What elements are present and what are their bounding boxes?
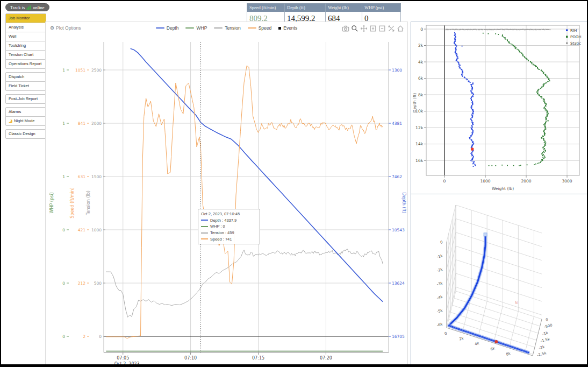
svg-text:421: 421: [78, 228, 86, 232]
svg-text:-1.5k: -1.5k: [540, 337, 551, 343]
svg-text:631: 631: [78, 174, 86, 179]
sidebar-item-night-mode[interactable]: Night Mode: [6, 117, 46, 125]
svg-text:8k: 8k: [418, 93, 424, 97]
modebar-zoom-in-icon[interactable]: [369, 25, 377, 34]
plot-options-label: Plot Options: [56, 25, 81, 31]
hover-tooltip: Oct 2, 2023, 07:10:45 Depth : 4337.9WHP …: [198, 209, 260, 244]
summary-header-cell: WHP (psi): [362, 3, 401, 12]
sidebar-item-label: Operations Report: [9, 60, 41, 68]
weight-depth-scatter-chart[interactable]: 010002000300002k4k6k8k10k12k14k16kWeight…: [411, 22, 587, 194]
modebar-autoscale-icon[interactable]: [388, 25, 395, 34]
sidebar-item-tension-chart[interactable]: Tension Chart: [6, 51, 46, 60]
summary-header-cell: Weight (lb): [326, 3, 362, 12]
svg-text:6k: 6k: [418, 76, 424, 81]
tooltip-value: Tension : 459: [210, 230, 234, 236]
svg-text:0: 0: [444, 331, 448, 336]
svg-text:07:15: 07:15: [252, 356, 264, 361]
sidebar-item-well[interactable]: Well: [6, 32, 46, 41]
svg-text:500: 500: [94, 281, 102, 286]
summary-header-cell: Speed (ft/min): [247, 3, 285, 12]
svg-text:2: 2: [83, 334, 85, 339]
track-status-button[interactable]: Track is online: [5, 3, 49, 11]
sidebar-item-label: Dispatch: [9, 73, 24, 81]
timeseries-chart[interactable]: 07:0507:1007:1507:20Oct 2, 2023111000WHP…: [46, 22, 406, 365]
svg-text:N: N: [515, 301, 518, 305]
sidebar: Job MonitorAnalysisWellToolstringTension…: [5, 13, 46, 142]
svg-text:3000: 3000: [562, 179, 572, 184]
sidebar-group: Job MonitorAnalysisWellToolstringTension…: [5, 13, 46, 69]
svg-text:0: 0: [99, 334, 102, 339]
svg-text:2000: 2000: [521, 179, 531, 184]
moon-icon: [9, 119, 12, 123]
gear-icon: ⚙: [50, 25, 54, 31]
tooltip-swatch: [201, 232, 208, 234]
svg-text:4k: 4k: [418, 60, 424, 65]
modebar-home-icon[interactable]: [397, 25, 404, 34]
svg-text:Depth (ft): Depth (ft): [401, 193, 406, 214]
trajectory-3d-chart[interactable]: 0-1k-2k-3k-4k-5k-6k02k4k6k8k0-500-1k-1.5…: [411, 194, 587, 364]
legend-label: Depth: [167, 25, 179, 31]
modebar-pan-icon[interactable]: [360, 25, 368, 34]
modebar: [342, 25, 404, 34]
tooltip-value: Depth : 4337.9: [210, 217, 236, 224]
modebar-camera-icon[interactable]: [342, 25, 349, 34]
svg-text:8k: 8k: [506, 351, 512, 357]
svg-text:4381: 4381: [392, 121, 402, 126]
sidebar-item-label: Field Ticket: [9, 82, 29, 90]
svg-text:Speed (ft/min): Speed (ft/min): [70, 187, 75, 218]
legend-label: Tension: [225, 25, 240, 31]
svg-text:07:20: 07:20: [320, 356, 332, 361]
svg-text:07:10: 07:10: [184, 356, 197, 361]
svg-text:12k: 12k: [415, 125, 424, 130]
legend-item-events[interactable]: Events: [278, 25, 297, 31]
sidebar-item-analysis[interactable]: Analysis: [6, 23, 46, 32]
svg-text:2500: 2500: [91, 68, 102, 73]
svg-text:2k: 2k: [458, 336, 464, 341]
svg-text:4k: 4k: [474, 341, 480, 347]
modebar-zoom-icon[interactable]: [351, 25, 358, 34]
sidebar-item-label: Alarms: [9, 108, 21, 116]
sidebar-item-label: Well: [9, 32, 16, 41]
sidebar-item-toolstring[interactable]: Toolstring: [6, 41, 46, 51]
sidebar-item-post-job-report[interactable]: Post-Job Report: [6, 95, 46, 103]
sidebar-item-job-monitor[interactable]: Job Monitor: [6, 14, 46, 23]
legend-item-speed[interactable]: Speed: [248, 25, 272, 31]
svg-text:0: 0: [443, 179, 446, 184]
svg-text:2k: 2k: [418, 43, 424, 48]
legend-line-swatch: [214, 27, 223, 29]
plot-options-button[interactable]: ⚙ Plot Options: [50, 25, 81, 31]
legend-item-tension[interactable]: Tension: [214, 25, 240, 31]
sidebar-item-alarms[interactable]: Alarms: [6, 108, 46, 117]
svg-text:13624: 13624: [392, 281, 405, 286]
main-chart-panel: 07:0507:1007:1507:20Oct 2, 2023111000WHP…: [45, 22, 408, 367]
svg-text:07:05: 07:05: [117, 356, 129, 361]
svg-text:-1k: -1k: [542, 330, 549, 336]
sidebar-item-field-ticket[interactable]: Field Ticket: [6, 82, 46, 90]
modebar-zoom-out-icon[interactable]: [378, 25, 386, 34]
svg-text:6k: 6k: [490, 346, 496, 351]
legend-item-depth[interactable]: Depth: [156, 25, 179, 31]
svg-text:2000: 2000: [91, 121, 102, 126]
svg-text:Depth (ft): Depth (ft): [412, 93, 417, 113]
svg-text:1500: 1500: [91, 174, 102, 179]
track-status-prefix: Track is: [10, 5, 25, 10]
svg-text:-500: -500: [543, 323, 553, 329]
svg-text:Oct 2, 2023: Oct 2, 2023: [114, 362, 140, 365]
legend-line-swatch: [156, 27, 164, 29]
sidebar-item-label: Night Mode: [14, 117, 34, 125]
sidebar-item-label: Post-Job Report: [9, 95, 38, 103]
svg-text:-2k: -2k: [538, 345, 546, 351]
sidebar-item-label: Analysis: [9, 23, 24, 32]
sidebar-item-dispatch[interactable]: Dispatch: [6, 73, 46, 82]
tooltip-row-tension: Tension : 459: [201, 230, 257, 236]
legend-item-whp[interactable]: WHP: [185, 25, 207, 31]
svg-text:-1k: -1k: [436, 253, 444, 259]
svg-text:0: 0: [440, 240, 443, 245]
svg-text:POOH: POOH: [570, 35, 582, 39]
sidebar-item-operations-report[interactable]: Operations Report: [6, 60, 46, 68]
legend-square-swatch: [278, 27, 281, 30]
sidebar-item-classic-design[interactable]: Classic Design: [6, 130, 46, 138]
legend-label: Events: [283, 25, 297, 31]
svg-text:-4k: -4k: [436, 295, 444, 301]
svg-text:1300: 1300: [392, 68, 402, 73]
